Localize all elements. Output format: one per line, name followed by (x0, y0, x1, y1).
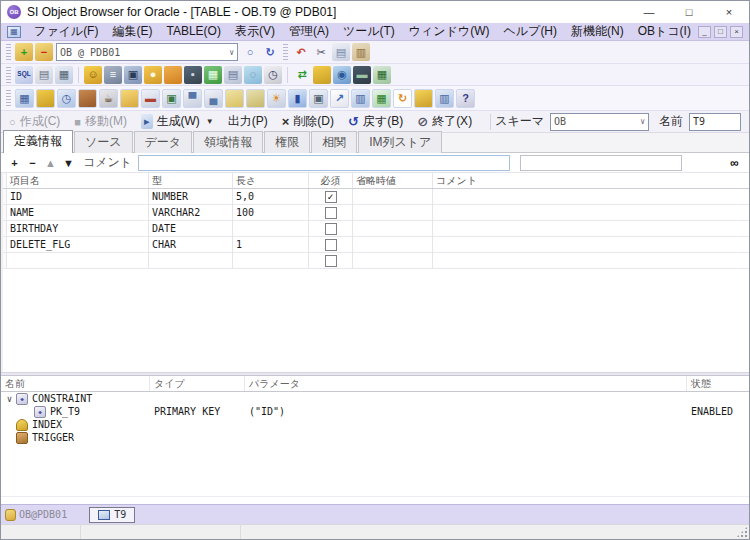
move-up-button[interactable]: ▲ (43, 155, 58, 170)
tab[interactable]: データ (134, 131, 193, 153)
cell-length[interactable]: 5,0 (233, 189, 309, 204)
find-button[interactable]: ∞ (726, 154, 743, 171)
menu-item[interactable]: 管理(A) (282, 23, 336, 39)
session-item[interactable]: OB@PDB01 (5, 509, 67, 521)
db-disconnect-icon[interactable]: − (35, 43, 53, 61)
tab[interactable]: ソース (74, 131, 133, 153)
toolbar-grip[interactable] (6, 67, 11, 83)
table-column-icon[interactable]: ▥ (435, 89, 454, 108)
menu-item[interactable]: 新機能(N) (564, 23, 631, 39)
copy-icon[interactable]: ▤ (332, 43, 350, 61)
cell-data-type[interactable]: CHAR (149, 237, 233, 252)
external-link-icon[interactable]: ↗ (330, 89, 349, 108)
cell-default-value[interactable] (353, 237, 433, 252)
new-session-icon[interactable]: ○ (241, 43, 259, 61)
table-export-icon[interactable]: ▦ (373, 66, 391, 84)
close-button[interactable]: × (709, 1, 749, 23)
toolbar-grip[interactable] (6, 90, 11, 106)
lock-icon[interactable]: ● (144, 66, 162, 84)
window-bottom-icon[interactable]: ▄ (204, 89, 223, 108)
mdi-close-button[interactable]: × (730, 26, 743, 38)
tab[interactable]: 権限 (264, 131, 310, 153)
computer-icon[interactable]: ▣ (124, 66, 142, 84)
window-top-icon[interactable]: ▀ (183, 89, 202, 108)
required-checkbox[interactable]: ✓ (325, 191, 337, 203)
cell-comment[interactable] (433, 205, 749, 220)
copy-objects-icon[interactable]: ▤ (224, 66, 242, 84)
table-row[interactable] (3, 253, 749, 269)
tree-row[interactable]: PK_T9 PRIMARY KEY ("ID") ENABLED (1, 405, 749, 418)
window-image-icon[interactable]: ▣ (162, 89, 181, 108)
object-name-input[interactable] (689, 113, 741, 131)
maximize-button[interactable]: □ (669, 1, 709, 23)
cell-length[interactable] (233, 221, 309, 236)
required-checkbox[interactable] (325, 239, 337, 251)
cell-column-name[interactable]: ID (7, 189, 149, 204)
cell-length[interactable]: 100 (233, 205, 309, 220)
required-checkbox[interactable] (325, 255, 337, 267)
remove-row-button[interactable]: − (25, 155, 40, 170)
cell-data-type[interactable]: VARCHAR2 (149, 205, 233, 220)
tree-row[interactable]: ∨ CONSTRAINT (1, 392, 749, 405)
tree-row[interactable]: INDEX (1, 418, 749, 431)
cell-comment[interactable] (433, 221, 749, 236)
menu-item[interactable]: TABLE(O) (159, 23, 227, 39)
menu-item[interactable]: 編集(E) (105, 23, 159, 39)
comment-input[interactable] (138, 155, 510, 171)
schema-combobox[interactable]: OB ∨ (550, 113, 649, 131)
cell-comment[interactable] (433, 253, 749, 268)
menu-item[interactable]: ツール(T) (336, 23, 402, 39)
window-settings-icon[interactable]: ☀ (267, 89, 286, 108)
cell-column-name[interactable]: DELETE_FLG (7, 237, 149, 252)
sql-window-icon[interactable]: ▦ (55, 66, 73, 84)
menu-item[interactable]: ファイル(F) (27, 23, 105, 39)
cut-icon[interactable]: ✂ (312, 43, 330, 61)
cell-comment[interactable] (433, 189, 749, 204)
close-object-button[interactable]: ⊘ 終了(X) (417, 113, 472, 130)
table-row[interactable]: BIRTHDAY DATE (3, 221, 749, 237)
comment-icon[interactable]: ▬ (353, 66, 371, 84)
cell-data-type[interactable]: DATE (149, 221, 233, 236)
menu-item[interactable]: ヘルプ(H) (497, 23, 565, 39)
session-monitor-icon[interactable]: ◷ (264, 66, 282, 84)
tab[interactable]: 領域情報 (193, 131, 263, 153)
user-icon[interactable]: ☺ (84, 66, 102, 84)
tab[interactable]: 定義情報 (3, 130, 73, 153)
table-icon[interactable]: ▦ (15, 89, 34, 108)
tab[interactable]: IM列ストア (358, 131, 442, 153)
minimize-button[interactable]: — (629, 1, 669, 23)
cell-comment[interactable] (433, 237, 749, 252)
help-icon[interactable]: ? (456, 89, 475, 108)
books-icon[interactable]: ▮ (288, 89, 307, 108)
cell-data-type[interactable]: NUMBER (149, 189, 233, 204)
cell-data-type[interactable] (149, 253, 233, 268)
table-clock-icon[interactable]: ◷ (57, 89, 76, 108)
paste-icon[interactable]: ▥ (352, 43, 370, 61)
package-icon[interactable]: ▪ (184, 66, 202, 84)
menu-item[interactable]: ウィンドウ(W) (402, 23, 497, 39)
tab[interactable]: 相関 (311, 131, 357, 153)
tablespace-icon[interactable] (164, 66, 182, 84)
cell-default-value[interactable] (353, 221, 433, 236)
hierarchy-alt-icon[interactable] (246, 89, 265, 108)
toolbar-grip[interactable] (283, 44, 288, 60)
generate-dropdown-button[interactable]: ▼ (206, 117, 214, 126)
undo-icon[interactable]: ↶ (292, 43, 310, 61)
output-button[interactable]: 出力(P) (228, 113, 268, 130)
menu-item[interactable]: OBトコ(I) (631, 23, 698, 39)
memory-icon[interactable]: ▦ (204, 66, 222, 84)
cell-length[interactable] (233, 253, 309, 268)
mdi-minimize-button[interactable]: _ (698, 26, 711, 38)
cell-default-value[interactable] (353, 205, 433, 220)
db-connect-icon[interactable]: + (15, 43, 33, 61)
folder-icon[interactable] (120, 89, 139, 108)
filter-input[interactable] (520, 155, 682, 171)
table-view-icon[interactable]: ▥ (351, 89, 370, 108)
required-checkbox[interactable] (325, 207, 337, 219)
table-row[interactable]: DELETE_FLG CHAR 1 (3, 237, 749, 253)
cell-length[interactable]: 1 (233, 237, 309, 252)
table-new-icon[interactable]: ▦ (372, 89, 391, 108)
cell-column-name[interactable]: BIRTHDAY (7, 221, 149, 236)
primary-key-icon[interactable] (36, 89, 55, 108)
coffee-cup-icon[interactable]: ☕ (99, 89, 118, 108)
